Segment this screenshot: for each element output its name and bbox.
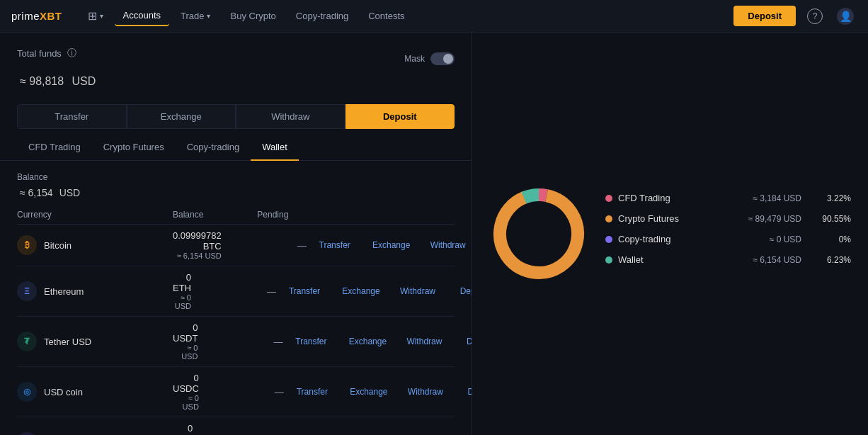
exchange-link[interactable]: Exchange [333, 286, 389, 296]
balance-cell: 0 USDT ≈ 0 USD [173, 322, 198, 361]
legend-right: ≈ 6,154 USD 6.23% [731, 255, 851, 265]
balance-cell: 0.09999782 BTC ≈ 6,154 USD [173, 230, 222, 260]
exchange-link[interactable]: Exchange [339, 337, 396, 346]
logo[interactable]: primeXBT [11, 10, 62, 22]
withdraw-link[interactable]: Withdraw [397, 387, 454, 397]
currency-name: Ethereum [44, 286, 84, 297]
nav-right: Deposit ? 👤 [733, 5, 857, 28]
legend-dot [605, 195, 612, 202]
help-button[interactable]: ? [804, 6, 826, 27]
nav-items: ⊞ ▾ Accounts Trade ▾ Buy Crypto Copy-tra… [79, 5, 734, 27]
nav-item-copy-trading[interactable]: Copy-trading [287, 6, 357, 26]
table-row: Ξ Ethereum 0 ETH ≈ 0 USD — Transfer Exch… [17, 266, 455, 317]
balance-usd: ≈ 0 USD [173, 293, 191, 310]
nav-item-trade[interactable]: Trade ▾ [172, 6, 219, 26]
balance-main: 0 COV [173, 423, 193, 435]
currency-cell: ◈ Covesting [17, 432, 173, 435]
currency-icon: ₮ [17, 332, 37, 351]
grid-icon: ⊞ [88, 9, 97, 23]
exchange-button[interactable]: Exchange [127, 104, 236, 129]
legend-name: Crypto Futures [618, 213, 679, 224]
currency-icon: ₿ [17, 235, 37, 255]
deposit-link[interactable]: Deposit [452, 337, 472, 346]
legend-dot [605, 215, 612, 222]
legend-name: CFD Trading [618, 193, 670, 203]
balance-usd: ≈ 6,154 USD [173, 252, 222, 260]
currency-cell: ◎ USD coin [17, 382, 173, 402]
col-currency: Currency [17, 210, 173, 220]
pending-cell: — [198, 337, 282, 347]
withdraw-link[interactable]: Withdraw [389, 286, 446, 296]
legend-item-crypto-futures: Crypto Futures ≈ 89,479 USD 90.55% [605, 213, 851, 224]
total-funds-title: Total funds [17, 48, 62, 59]
pending-cell: — [191, 286, 276, 297]
table-rows: ₿ Bitcoin 0.09999782 BTC ≈ 6,154 USD — T… [17, 225, 455, 435]
balance-cell: 0 ETH ≈ 0 USD [173, 272, 191, 310]
svg-point-0 [512, 207, 566, 261]
deposit-button[interactable]: Deposit [733, 6, 796, 26]
transfer-link[interactable]: Transfer [282, 337, 339, 346]
tab-wallet[interactable]: Wallet [251, 135, 299, 161]
balance-section: Balance ≈ 6,154 USD [17, 161, 455, 205]
legend-left: Crypto Futures [605, 213, 679, 224]
currency-name: Tether USD [44, 337, 91, 347]
transfer-button[interactable]: Transfer [17, 104, 127, 129]
balance-main: 0 USDC [173, 373, 199, 394]
deposit-action-button[interactable]: Deposit [346, 104, 455, 129]
balance-label: Balance [17, 172, 455, 182]
action-buttons: Transfer Exchange Withdraw Deposit [17, 104, 455, 129]
transfer-link[interactable]: Transfer [284, 387, 341, 397]
table-row: ₿ Bitcoin 0.09999782 BTC ≈ 6,154 USD — T… [17, 225, 455, 266]
currency-icon: ◎ [17, 382, 37, 402]
left-panel: Total funds ⓘ Mask ≈ 98,818 USD Transfer… [0, 33, 472, 435]
deposit-link[interactable]: Deposit [454, 387, 472, 397]
legend-usd: ≈ 89,479 USD [731, 214, 801, 224]
legend-left: CFD Trading [605, 193, 670, 203]
withdraw-button[interactable]: Withdraw [236, 104, 346, 129]
deposit-link[interactable]: Deposit [446, 286, 472, 296]
legend-right: ≈ 0 USD 0% [731, 235, 851, 244]
total-amount: ≈ 98,818 USD [17, 68, 455, 90]
info-icon[interactable]: ⓘ [67, 47, 76, 60]
withdraw-link[interactable]: Withdraw [396, 337, 452, 346]
balance-usd: ≈ 0 USD [173, 344, 198, 361]
tab-crypto-futures[interactable]: Crypto Futures [92, 135, 176, 161]
legend-usd: ≈ 3,184 USD [731, 193, 801, 203]
tab-cfd-trading[interactable]: CFD Trading [17, 135, 92, 161]
nav-item-accounts[interactable]: Accounts [115, 6, 169, 26]
transfer-link[interactable]: Transfer [307, 240, 363, 250]
mask-row: Mask [17, 52, 455, 65]
mask-toggle[interactable] [430, 52, 455, 65]
nav-item-contests[interactable]: Contests [360, 6, 413, 26]
help-icon: ? [807, 9, 823, 24]
legend-pct: 3.22% [816, 193, 851, 203]
balance-main: 0 USDT [173, 322, 198, 344]
exchange-link[interactable]: Exchange [341, 387, 397, 397]
tab-copy-trading[interactable]: Copy-trading [176, 135, 251, 161]
col-pending: Pending [203, 210, 288, 220]
legend-item-wallet: Wallet ≈ 6,154 USD 6.23% [605, 254, 851, 265]
legend-name: Copy-trading [618, 234, 670, 244]
table-header: Currency Balance Pending [17, 205, 455, 225]
logo-text: primeXBT [11, 10, 62, 22]
currency-name: USD coin [44, 387, 83, 397]
currency-cell: ₮ Tether USD [17, 332, 173, 351]
exchange-link[interactable]: Exchange [363, 240, 420, 250]
legend-right: ≈ 3,184 USD 3.22% [731, 193, 851, 203]
pending-cell: — [199, 387, 284, 397]
legend-left: Copy-trading [605, 234, 670, 244]
main-content: Total funds ⓘ Mask ≈ 98,818 USD Transfer… [0, 33, 868, 435]
table-row: ₮ Tether USD 0 USDT ≈ 0 USD — Transfer E… [17, 317, 455, 367]
withdraw-link[interactable]: Withdraw [420, 240, 472, 250]
transfer-link[interactable]: Transfer [276, 286, 333, 296]
balance-amount: ≈ 6,154 USD [17, 185, 455, 200]
legend-dot [605, 256, 612, 264]
profile-button[interactable]: 👤 [834, 5, 857, 28]
nav-item-buy-crypto[interactable]: Buy Crypto [222, 6, 284, 26]
legend-right: ≈ 89,479 USD 90.55% [731, 214, 851, 224]
legend-usd: ≈ 6,154 USD [731, 255, 801, 265]
legend-usd: ≈ 0 USD [731, 235, 801, 244]
nav-item-grid[interactable]: ⊞ ▾ [79, 5, 112, 27]
legend-pct: 6.23% [816, 255, 851, 265]
legend-item-copy-trading: Copy-trading ≈ 0 USD 0% [605, 234, 851, 244]
